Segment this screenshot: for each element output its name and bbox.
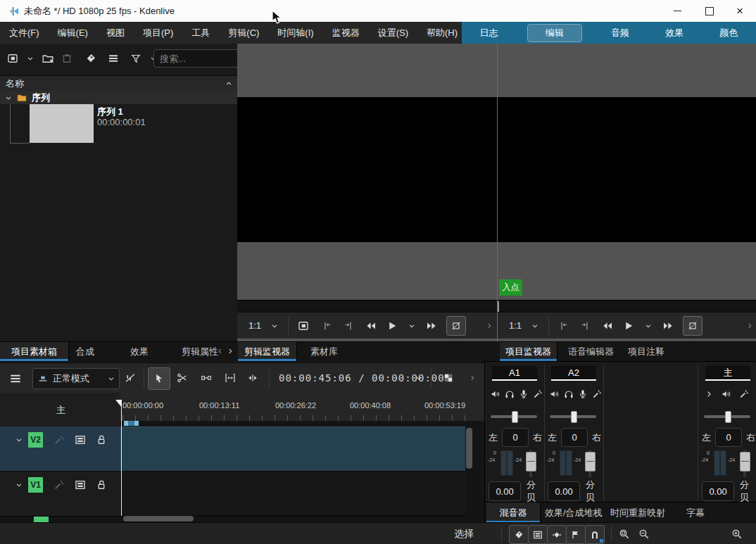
menu-monitor[interactable]: 监视器 bbox=[323, 22, 369, 44]
project-monitor-video[interactable] bbox=[498, 97, 756, 242]
menu-help[interactable]: 帮助(H) bbox=[417, 22, 467, 44]
timecode-chevron-icon[interactable] bbox=[414, 373, 424, 383]
show-tags-toggle-button[interactable] bbox=[509, 525, 529, 544]
zone-mode-button[interactable] bbox=[446, 316, 466, 336]
track-header-v1[interactable]: V1 bbox=[0, 472, 120, 517]
zone-mode-button[interactable] bbox=[683, 316, 703, 336]
edit-mode-dropdown[interactable]: 正常模式 bbox=[32, 368, 120, 389]
menu-tools[interactable]: 工具 bbox=[182, 22, 219, 44]
volume-fader-handle[interactable] bbox=[585, 452, 596, 472]
workspace-tab-logging[interactable]: 日志 bbox=[473, 25, 505, 42]
track-header-v2[interactable]: V2 bbox=[0, 426, 120, 472]
db-value[interactable]: 0.00 bbox=[702, 481, 734, 501]
zoom-out-icon[interactable] bbox=[638, 528, 650, 540]
menu-settings[interactable]: 设置(S) bbox=[369, 22, 417, 44]
record-mic-icon[interactable] bbox=[577, 388, 588, 400]
workspace-tab-audio[interactable]: 音频 bbox=[604, 25, 636, 42]
maximize-button[interactable] bbox=[693, 0, 726, 22]
project-monitor-seekbar[interactable] bbox=[498, 300, 756, 312]
tab-subtitles[interactable]: 字幕 bbox=[686, 507, 705, 519]
tab-effect-stack[interactable]: 效果/合成堆栈 bbox=[545, 507, 603, 519]
track-content-v2[interactable] bbox=[120, 426, 465, 472]
add-clip-chevron-down-icon[interactable] bbox=[25, 53, 35, 63]
create-folder-icon[interactable] bbox=[42, 52, 54, 65]
tab-mixer[interactable]: 混音器 bbox=[486, 502, 541, 523]
split-view-icon[interactable] bbox=[246, 372, 259, 384]
effects-wand-icon[interactable] bbox=[532, 388, 543, 400]
tab-clip-properties[interactable]: 剪辑属性 bbox=[182, 346, 218, 358]
tab-project-bin[interactable]: 项目素材箱 bbox=[0, 342, 69, 361]
zone-handle[interactable] bbox=[134, 421, 139, 426]
zoom-in-icon[interactable] bbox=[731, 528, 743, 540]
menu-clip[interactable]: 剪辑(C) bbox=[219, 22, 268, 44]
track-effects-wand-icon[interactable] bbox=[53, 434, 65, 446]
clip-monitor-video[interactable] bbox=[237, 97, 497, 242]
monitor-headphones-icon[interactable] bbox=[504, 388, 515, 400]
zone-handle[interactable] bbox=[124, 421, 128, 426]
sequence-thumbnail[interactable] bbox=[30, 104, 94, 143]
effects-wand-icon[interactable] bbox=[738, 388, 750, 400]
clip-monitor-icon[interactable] bbox=[297, 320, 310, 332]
show-thumbnails-toggle-button[interactable] bbox=[528, 525, 548, 544]
tab-speech-editor[interactable]: 语音编辑器 bbox=[568, 346, 614, 358]
fast-forward-icon[interactable] bbox=[425, 320, 438, 332]
menu-timeline[interactable]: 时间轴(I) bbox=[268, 22, 322, 44]
menu-view[interactable]: 视图 bbox=[97, 22, 134, 44]
set-in-point-icon[interactable] bbox=[557, 320, 570, 332]
track-lock-icon[interactable] bbox=[95, 479, 108, 491]
playhead-line[interactable] bbox=[121, 400, 122, 516]
spacer-tool-icon[interactable] bbox=[200, 372, 213, 384]
timeline-ruler[interactable]: 00:00:00:00 00:00:13:11 00:00:26:22 00:0… bbox=[120, 393, 484, 421]
track-collapse-chevron-icon[interactable] bbox=[14, 435, 24, 445]
master-track-label[interactable]: 主 bbox=[56, 404, 65, 417]
record-mic-icon[interactable] bbox=[518, 388, 529, 400]
track-film-icon[interactable] bbox=[74, 479, 87, 491]
rewind-icon[interactable] bbox=[601, 320, 614, 332]
clip-monitor-zoom-level[interactable]: 1:1 bbox=[248, 320, 261, 331]
track-effects-wand-icon[interactable] bbox=[53, 479, 65, 491]
track-collapse-chevron-icon[interactable] bbox=[14, 480, 24, 490]
channel-title[interactable]: 主 bbox=[705, 366, 750, 381]
close-button[interactable]: × bbox=[724, 0, 756, 22]
monitor-headphones-icon[interactable] bbox=[563, 388, 574, 400]
play-chevron-down-icon[interactable] bbox=[643, 321, 653, 331]
zoom-chevron-down-icon[interactable] bbox=[530, 321, 540, 331]
collapse-chevron-right-icon[interactable] bbox=[703, 388, 714, 400]
menu-edit[interactable]: 编辑(E) bbox=[49, 22, 97, 44]
show-markers-toggle-button[interactable] bbox=[566, 525, 586, 544]
pan-slider-handle[interactable] bbox=[571, 411, 577, 423]
volume-fader-handle[interactable] bbox=[740, 452, 750, 472]
folder-expand-chevron-icon[interactable] bbox=[4, 93, 13, 103]
timeline-vertical-scrollbar[interactable] bbox=[466, 428, 472, 469]
menu-project[interactable]: 项目(P) bbox=[134, 22, 182, 44]
pan-slider-handle[interactable] bbox=[725, 411, 731, 423]
workspace-tab-effects[interactable]: 效果 bbox=[658, 25, 691, 42]
project-monitor-zoom-level[interactable]: 1:1 bbox=[509, 320, 522, 331]
track-film-icon[interactable] bbox=[74, 434, 87, 446]
toolbar-overflow-chevron-icon[interactable] bbox=[467, 373, 477, 383]
rewind-icon[interactable] bbox=[365, 320, 377, 332]
tab-scroll-right-icon[interactable] bbox=[225, 346, 235, 356]
tab-project-monitor[interactable]: 项目监视器 bbox=[500, 342, 557, 361]
tab-time-remap[interactable]: 时间重新映射 bbox=[610, 507, 665, 519]
collapse-chevron-up-icon[interactable] bbox=[224, 79, 234, 89]
menu-file[interactable]: 文件(F) bbox=[0, 22, 49, 44]
pan-slider-handle[interactable] bbox=[512, 411, 518, 423]
volume-fader-handle[interactable] bbox=[526, 452, 536, 472]
mute-speaker-icon[interactable] bbox=[490, 388, 501, 400]
track-badge-v1[interactable]: V1 bbox=[28, 477, 43, 493]
fit-zoom-icon[interactable] bbox=[224, 372, 237, 384]
play-icon[interactable] bbox=[386, 320, 398, 332]
bin-name-header[interactable]: 名称 bbox=[0, 75, 237, 92]
effects-wand-icon[interactable] bbox=[591, 388, 603, 400]
timeline-menu-icon[interactable] bbox=[8, 372, 23, 386]
zoom-chevron-down-icon[interactable] bbox=[270, 321, 279, 331]
tab-library[interactable]: 素材库 bbox=[310, 346, 338, 358]
view-mode-icon[interactable] bbox=[107, 52, 120, 65]
balance-value[interactable]: 0 bbox=[561, 428, 588, 447]
set-out-point-icon[interactable] bbox=[342, 320, 355, 332]
track-content-v1[interactable] bbox=[120, 472, 465, 517]
timeline-horizontal-scrollbar[interactable] bbox=[123, 516, 194, 521]
set-in-point-icon[interactable] bbox=[321, 320, 334, 332]
mix-clips-icon[interactable] bbox=[124, 372, 137, 384]
